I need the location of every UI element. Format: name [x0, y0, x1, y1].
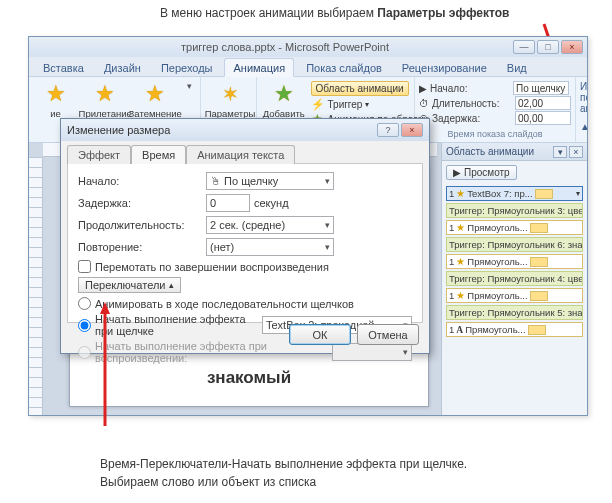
anim-item[interactable]: 1AПрямоуголь...: [446, 322, 583, 337]
rewind-checkbox[interactable]: [78, 260, 91, 273]
dialog-title: Изменение размера: [67, 124, 170, 136]
tab-slideshow[interactable]: Показ слайдов: [298, 59, 390, 76]
timing-start-label: Начало:: [430, 83, 510, 94]
timing-duration-label: Длительность:: [432, 98, 512, 109]
annotation-bottom-line1: Время-Переключатели-Начать выполнение эф…: [100, 455, 467, 473]
tab-animation[interactable]: Анимация: [224, 58, 294, 77]
anim-flyin-button[interactable]: ★Прилетание: [82, 79, 128, 119]
close-button[interactable]: ×: [561, 40, 583, 54]
window-title: триггер слова.pptx - Microsoft PowerPoin…: [57, 41, 513, 53]
tab-view[interactable]: Вид: [499, 59, 535, 76]
delay-label: Задержка:: [78, 197, 206, 209]
dialog-tab-text-animation[interactable]: Анимация текста: [186, 145, 295, 164]
group-timing-label: Время показа слайдов: [415, 129, 575, 142]
annotation-top: В меню настроек анимации выбираем Параме…: [160, 6, 509, 20]
duration-label: Продолжительность:: [78, 219, 206, 231]
title-bar: триггер слова.pptx - Microsoft PowerPoin…: [29, 37, 587, 57]
anim-item[interactable]: 1★Прямоуголь...: [446, 288, 583, 303]
trigger-header: Триггер: Прямоугольник 6: знаком: [446, 237, 583, 252]
anim-appear-button[interactable]: ★ие: [33, 79, 78, 119]
repeat-label: Повторение:: [78, 241, 206, 253]
slide-word: знакомый: [207, 368, 291, 388]
svg-marker-3: [100, 302, 110, 314]
animation-pane: Область анимации ▾ × ▶Просмотр 1★TextBox…: [441, 143, 587, 415]
delay-input[interactable]: 0: [206, 194, 250, 212]
anim-gallery-more[interactable]: ▾: [182, 79, 196, 91]
reorder-title: Изменить порядок анимации: [580, 81, 588, 114]
play-target-combo: ▾: [332, 343, 412, 361]
trigger-button[interactable]: ⚡Триггер ▾: [311, 97, 429, 111]
animation-pane-button[interactable]: Область анимации: [311, 81, 409, 96]
anim-item[interactable]: 1★Прямоуголь...: [446, 220, 583, 235]
maximize-button[interactable]: □: [537, 40, 559, 54]
animation-pane-dropdown[interactable]: ▾: [553, 146, 567, 158]
tab-review[interactable]: Рецензирование: [394, 59, 495, 76]
animation-pane-close[interactable]: ×: [569, 146, 583, 158]
radio-sequence-label: Анимировать в ходе последовательности ще…: [95, 298, 354, 310]
start-combo[interactable]: 🖱 По щелчку▾: [206, 172, 334, 190]
annotation-bottom-line2: Выбираем слово или объект из списка: [100, 473, 467, 491]
anim-fade-button[interactable]: ★Затемнение: [132, 79, 178, 119]
arrow-bottom-icon: [98, 300, 112, 430]
minimize-button[interactable]: —: [513, 40, 535, 54]
animation-list: 1★TextBox 7: пр...▾ Триггер: Прямоугольн…: [442, 184, 587, 339]
ribbon-tabs: Вставка Дизайн Переходы Анимация Показ с…: [29, 57, 587, 77]
rewind-label: Перемотать по завершении воспроизведения: [95, 261, 329, 273]
radio-on-click[interactable]: [78, 319, 91, 332]
start-label: Начало:: [78, 175, 206, 187]
repeat-combo[interactable]: (нет)▾: [206, 238, 334, 256]
triggers-button[interactable]: Переключатели▴: [78, 277, 181, 293]
play-button[interactable]: ▶Просмотр: [446, 165, 517, 180]
anim-item[interactable]: 1★Прямоуголь...: [446, 254, 583, 269]
timing-delay-value[interactable]: 00,00: [515, 111, 571, 125]
annotation-top-bold: Параметры эффектов: [377, 6, 509, 20]
dialog-help-button[interactable]: ?: [377, 123, 399, 137]
cancel-button[interactable]: Отмена: [357, 324, 419, 345]
radio-on-play: [78, 346, 91, 359]
timing-duration-value[interactable]: 02,00: [515, 96, 571, 110]
radio-sequence[interactable]: [78, 297, 91, 310]
anim-item-selected[interactable]: 1★TextBox 7: пр...▾: [446, 186, 583, 201]
effect-options-dialog: Изменение размера ? × Эффект Время Анима…: [60, 118, 430, 354]
timing-start-value[interactable]: По щелчку: [513, 81, 569, 95]
trigger-header: Триггер: Прямоугольник 5: знакомый: [446, 305, 583, 320]
delay-unit: секунд: [254, 197, 289, 209]
timing-delay-label: Задержка:: [432, 113, 512, 124]
ok-button[interactable]: ОК: [289, 324, 351, 345]
dialog-tab-time[interactable]: Время: [131, 145, 186, 164]
radio-on-click-label: Начать выполнение эффекта при щелчке: [95, 313, 258, 337]
trigger-header: Триггер: Прямоугольник 3: цвету: [446, 203, 583, 218]
annotation-top-prefix: В меню настроек анимации выбираем: [160, 6, 377, 20]
move-earlier-button[interactable]: ▲Переместить назад: [580, 115, 588, 137]
tab-transitions[interactable]: Переходы: [153, 59, 221, 76]
tab-design[interactable]: Дизайн: [96, 59, 149, 76]
dialog-tab-effect[interactable]: Эффект: [67, 145, 131, 164]
dialog-close-button[interactable]: ×: [401, 123, 423, 137]
trigger-header: Триггер: Прямоугольник 4: цветной: [446, 271, 583, 286]
ruler-vertical: [29, 157, 43, 415]
tab-insert[interactable]: Вставка: [35, 59, 92, 76]
animation-pane-title: Область анимации: [446, 146, 534, 157]
annotation-bottom: Время-Переключатели-Начать выполнение эф…: [100, 455, 467, 491]
duration-combo[interactable]: 2 сек. (средне)▾: [206, 216, 334, 234]
